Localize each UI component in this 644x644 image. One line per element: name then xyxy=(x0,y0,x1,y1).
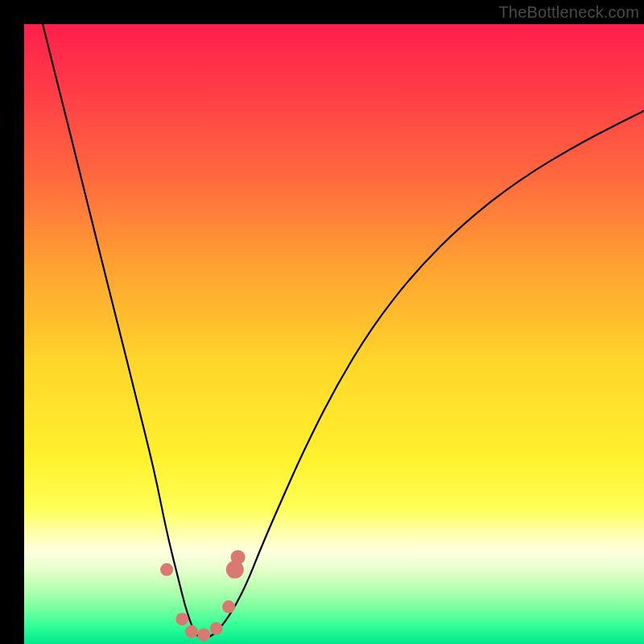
watermark-text: TheBottleneck.com xyxy=(498,3,639,22)
data-marker xyxy=(175,613,188,625)
gradient-background xyxy=(24,24,644,644)
data-marker xyxy=(222,601,235,613)
data-marker xyxy=(160,564,173,576)
data-marker xyxy=(231,550,246,564)
data-marker xyxy=(197,629,210,642)
data-marker xyxy=(210,622,223,635)
bottleneck-chart xyxy=(0,0,644,644)
chart-frame: TheBottleneck.com xyxy=(0,0,644,644)
data-marker xyxy=(185,625,198,638)
